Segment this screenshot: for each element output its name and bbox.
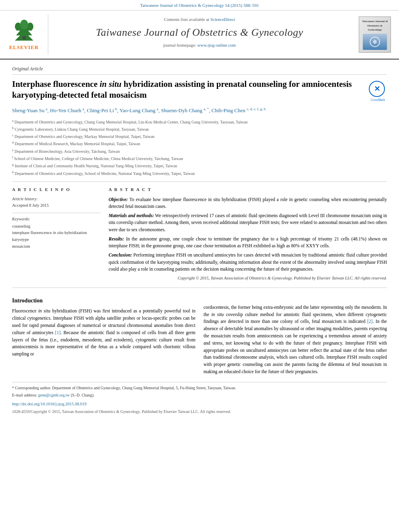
introduction-right-text: cordocentesis, the former being extra-em… bbox=[204, 304, 387, 376]
introduction-section: Introduction Fluorescence in situ hybrid… bbox=[12, 293, 387, 378]
abstract-objective: Objective: To evaluate how interphase fl… bbox=[109, 196, 387, 210]
article-title: Interphase fluorescence in situ hybridiz… bbox=[12, 79, 363, 101]
elsevier-logo: ELSEVIER bbox=[9, 18, 39, 51]
email-address[interactable]: gene@cgmh.org.tw bbox=[38, 393, 70, 397]
abstract-heading: A B S T R A C T bbox=[109, 187, 387, 193]
journal-cover-area: Taiwanese Journal of Obstetrics & Gyneco… bbox=[351, 14, 399, 55]
abstract-text: Objective: To evaluate how interphase fl… bbox=[109, 196, 387, 281]
intro-para-2: cordocentesis, the former being extra-em… bbox=[204, 304, 387, 376]
sciencedirect-line: Contents lists available at ScienceDirec… bbox=[56, 16, 343, 23]
affil-f: f School of Chinese Medicine, College of… bbox=[12, 155, 387, 162]
keyword-4: mosaicism bbox=[12, 243, 101, 250]
affil-h: h Department of Obstetrics and Gynecolog… bbox=[12, 170, 387, 177]
corresponding-author-note: * Corresponding author. Department of Ob… bbox=[12, 385, 387, 391]
conclusion-text: Performing interphase FISH on uncultured… bbox=[109, 253, 387, 271]
journal-citation-text: Taiwanese Journal of Obstetrics & Gyneco… bbox=[140, 3, 259, 8]
results-label: Results: bbox=[109, 236, 124, 241]
doi-link[interactable]: http://dx.doi.org/10.1016/j.tjog.2015.08… bbox=[12, 401, 387, 407]
footnote-area: * Corresponding author. Department of Ob… bbox=[12, 382, 387, 398]
abstract-materials: Materials and methods: We retrospectivel… bbox=[109, 212, 387, 233]
journal-citation-bar: Taiwanese Journal of Obstetrics & Gyneco… bbox=[0, 0, 399, 10]
main-content: Original Article Interphase fluorescence… bbox=[0, 60, 399, 420]
svg-point-5 bbox=[20, 20, 28, 29]
journal-cover-image: Taiwanese Journal of Obstetrics & Gyneco… bbox=[359, 16, 391, 53]
info-divider bbox=[12, 213, 101, 213]
keywords-list: counseling interphase fluorescence in si… bbox=[12, 223, 101, 250]
introduction-left-text: Fluorescence in situ hybridization (FISH… bbox=[12, 308, 195, 358]
objective-label: Objective: bbox=[109, 197, 128, 202]
introduction-left-col: Introduction Fluorescence in situ hybrid… bbox=[12, 293, 195, 378]
crossmark-badge: ✕ CrossMark bbox=[369, 81, 387, 102]
elsevier-tree-icon bbox=[12, 18, 36, 41]
affil-b: b Cytogenetic Laboratory, Linkou Chang G… bbox=[12, 126, 387, 132]
separator-line bbox=[12, 181, 387, 182]
abstract-col: A B S T R A C T Objective: To evaluate h… bbox=[109, 187, 387, 281]
title-section: Interphase fluorescence in situ hybridiz… bbox=[12, 79, 387, 102]
materials-label: Materials and methods: bbox=[109, 213, 154, 218]
svg-rect-6 bbox=[23, 36, 26, 39]
introduction-heading: Introduction bbox=[12, 297, 195, 305]
journal-homepage: journal homepage: www.tjog-online.com bbox=[56, 42, 343, 48]
authors-line: Sheng-Yuan Su a, Ho-Yen Chueh a, Ching-P… bbox=[12, 106, 387, 115]
article-type: Original Article bbox=[12, 66, 387, 75]
sciencedirect-link[interactable]: ScienceDirect bbox=[210, 17, 235, 22]
abstract-copyright: Copyright © 2015, Taiwan Association of … bbox=[109, 275, 387, 281]
email-note: E-mail address: gene@cgmh.org.tw (S.-D. … bbox=[12, 392, 387, 398]
intro-para-1: Fluorescence in situ hybridization (FISH… bbox=[12, 308, 195, 358]
article-info-abstract: A R T I C L E I N F O Article history: A… bbox=[12, 187, 387, 281]
keyword-2: interphase fluorescence in situ hybridiz… bbox=[12, 230, 101, 236]
article-accepted-date: Accepted 8 July 2015 bbox=[12, 203, 101, 209]
crossmark-icon: ✕ bbox=[369, 81, 385, 97]
article-info-heading: A R T I C L E I N F O bbox=[12, 187, 101, 193]
keywords-label: Keywords: bbox=[12, 216, 101, 222]
email-who: (S.-D. Chang). bbox=[71, 393, 95, 397]
body-separator bbox=[12, 288, 387, 288]
introduction-right-col: cordocentesis, the former being extra-em… bbox=[204, 293, 387, 378]
journal-title: Taiwanese Journal of Obstetrics & Gyneco… bbox=[56, 25, 343, 40]
affil-d: d Department of Medical Research, Mackay… bbox=[12, 140, 387, 147]
email-label: E-mail address: bbox=[12, 393, 37, 397]
affil-c: c Department of Obstetrics and Gynecolog… bbox=[12, 133, 387, 140]
objective-text: To evaluate how interphase fluorescence … bbox=[109, 197, 387, 209]
journal-header: ELSEVIER Contents lists available at Sci… bbox=[0, 10, 399, 60]
introduction-two-col: Introduction Fluorescence in situ hybrid… bbox=[12, 293, 387, 378]
affil-g: g Institute of Clinical and Community He… bbox=[12, 162, 387, 169]
results-text: In the autosome group, one couple chose … bbox=[109, 236, 387, 248]
article-info-col: A R T I C L E I N F O Article history: A… bbox=[12, 187, 101, 281]
copyright-footer: 1028-4559/Copyright © 2015, Taiwan Assoc… bbox=[12, 409, 387, 415]
ref-2[interactable]: [2] bbox=[367, 319, 372, 324]
affil-a: a Department of Obstetrics and Gynecolog… bbox=[12, 119, 387, 125]
abstract-conclusion: Conclusion: Performing interphase FISH o… bbox=[109, 252, 387, 273]
abstract-results: Results: In the autosome group, one coup… bbox=[109, 236, 387, 250]
affil-e: e Department of Biotechnology, Asia Univ… bbox=[12, 148, 387, 154]
homepage-link[interactable]: www.tjog-online.com bbox=[197, 43, 236, 47]
ref-1[interactable]: [1] bbox=[55, 330, 60, 335]
keyword-1: counseling bbox=[12, 223, 101, 230]
conclusion-label: Conclusion: bbox=[109, 253, 132, 257]
keyword-3: karyotype bbox=[12, 236, 101, 243]
article-history-label: Article history: bbox=[12, 196, 101, 202]
journal-title-area: Contents lists available at ScienceDirec… bbox=[48, 14, 351, 55]
affiliations: a Department of Obstetrics and Gynecolog… bbox=[12, 119, 387, 177]
elsevier-name: ELSEVIER bbox=[9, 44, 39, 51]
publisher-logo-area: ELSEVIER bbox=[0, 14, 48, 55]
